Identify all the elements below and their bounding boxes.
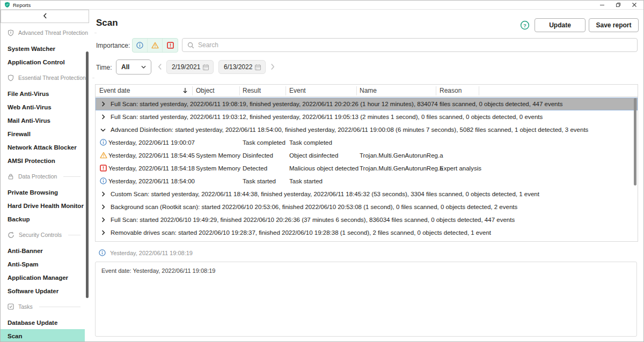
sidebar-item-file-anti-virus[interactable]: File Anti-Virus	[1, 87, 85, 100]
sidebar-section-label: Advanced Threat Protection	[18, 29, 88, 36]
sidebar-section-label: Data Protection	[18, 173, 57, 180]
column-header-event[interactable]: Event	[289, 87, 306, 94]
scan-group-row[interactable]: Removable drives scan: started 2022/06/1…	[96, 226, 638, 239]
refresh-icon	[8, 232, 14, 239]
titlebar: Reports	[1, 1, 643, 10]
section-divider	[92, 78, 94, 78]
save-report-button[interactable]: Save report	[589, 18, 639, 32]
event-row[interactable]: Yesterday, 2022/06/11 18:54:45System Mem…	[96, 149, 638, 162]
date-from-value: 2/19/2021	[172, 63, 200, 71]
group-summary: Custom Scan: started yesterday, 2022/06/…	[111, 191, 539, 197]
cell-name: Trojan.Multi.GenAutorunReg.a	[360, 162, 443, 175]
table-rows: Full Scan: started yesterday, 2022/06/11…	[96, 98, 638, 241]
sidebar-item-application-manager[interactable]: Application Manager	[1, 271, 85, 284]
sidebar-scrollbar[interactable]	[86, 51, 89, 298]
column-header-object[interactable]: Object	[196, 87, 215, 94]
minimize-button[interactable]	[594, 1, 610, 9]
detail-panel: Event date: Yesterday, 2022/06/11 19:08:…	[95, 262, 637, 337]
column-header-name[interactable]: Name	[360, 87, 377, 94]
chevron-right-icon[interactable]	[100, 114, 106, 120]
cell-event: Malicious object detected	[289, 162, 358, 175]
sidebar-item-software-updater[interactable]: Software Updater	[1, 284, 85, 298]
event-row[interactable]: Yesterday, 2022/06/11 18:54:00Task start…	[96, 175, 638, 188]
column-header-event-date[interactable]: Event date	[99, 87, 130, 94]
section-divider	[68, 235, 80, 235]
sidebar-item-network-attack-blocker[interactable]: Network Attack Blocker	[1, 140, 85, 154]
scan-group-row[interactable]: Full Scan: started yesterday, 2022/06/11…	[96, 110, 638, 123]
chevron-right-icon[interactable]	[100, 217, 106, 222]
date-to-value: 6/13/2022	[224, 63, 252, 71]
date-to-field[interactable]: 6/13/2022	[218, 60, 266, 74]
sidebar-item-application-control[interactable]: Application Control	[1, 55, 85, 69]
sidebar-item-mail-anti-virus[interactable]: Mail Anti-Virus	[1, 114, 85, 127]
sidebar-item-system-watcher[interactable]: System Watcher	[1, 42, 85, 55]
shield-icon	[8, 29, 14, 36]
column-header-reason[interactable]: Reason	[440, 87, 462, 94]
sidebar-item-private-browsing[interactable]: Private Browsing	[1, 185, 85, 199]
detail-meta: Yesterday, 2022/06/11 19:08:19	[99, 249, 193, 256]
search-box	[182, 38, 638, 52]
sidebar-item-hard-drive-health-monitor[interactable]: Hard Drive Health Monitor	[1, 199, 85, 212]
help-icon[interactable]: ?	[520, 20, 530, 30]
sidebar-item-scan[interactable]: Scan	[1, 329, 85, 342]
column-separator	[192, 86, 193, 95]
tasks-icon	[8, 303, 14, 310]
date-next-button[interactable]	[270, 63, 275, 70]
column-separator	[286, 86, 286, 95]
sort-descending-icon	[182, 87, 188, 94]
table-scrollbar[interactable]	[634, 98, 636, 185]
scan-group-row[interactable]: Full Scan: started yesterday, 2022/06/11…	[96, 98, 638, 110]
svg-text:?: ?	[523, 23, 526, 28]
scan-group-row[interactable]: Custom Scan: started yesterday, 2022/06/…	[96, 188, 638, 200]
sidebar-item-database-update[interactable]: Database Update	[1, 316, 85, 329]
section-divider	[39, 307, 80, 307]
chevron-right-icon[interactable]	[100, 101, 106, 107]
calendar-icon	[202, 64, 209, 71]
event-row[interactable]: Yesterday, 2022/06/11 18:54:18System Mem…	[96, 162, 638, 175]
column-header-result[interactable]: Result	[243, 87, 261, 94]
time-range-dropdown[interactable]: All	[116, 60, 151, 75]
info-icon	[99, 249, 106, 256]
importance-label: Importance:	[96, 42, 130, 49]
date-from-field[interactable]: 2/19/2021	[166, 60, 214, 74]
maximize-button[interactable]	[610, 1, 626, 9]
search-input[interactable]	[198, 41, 632, 49]
chevron-down-icon	[141, 65, 146, 69]
scan-group-row[interactable]: Full Scan: started 2022/06/10 19:49:29, …	[96, 213, 638, 226]
event-row[interactable]: Yesterday, 2022/06/11 19:00:07Task compl…	[96, 136, 638, 149]
scan-group-row[interactable]: Advanced Disinfection: started yesterday…	[96, 123, 638, 136]
importance-critical-button[interactable]	[163, 39, 178, 52]
importance-warning-button[interactable]	[148, 39, 163, 52]
sidebar-collapse-button[interactable]	[1, 10, 89, 23]
chevron-right-icon[interactable]	[100, 191, 106, 197]
close-button[interactable]	[626, 1, 642, 9]
column-separator	[479, 86, 479, 95]
sidebar-item-backup[interactable]: Backup	[1, 212, 85, 226]
cell-event-date: Yesterday, 2022/06/11 19:00:07	[108, 136, 195, 149]
cell-name: Trojan.Multi.GenAutorunReg.a	[360, 149, 443, 162]
sidebar-item-firewall[interactable]: Firewall	[1, 127, 85, 140]
sidebar-item-amsi-protection[interactable]: AMSI Protection	[1, 154, 85, 167]
sidebar-item-web-anti-virus[interactable]: Web Anti-Virus	[1, 100, 85, 114]
group-summary: Advanced Disinfection: started yesterday…	[111, 127, 588, 133]
time-label: Time:	[96, 64, 112, 71]
chevron-right-icon[interactable]	[100, 204, 106, 210]
sidebar-item-anti-spam[interactable]: Anti-Spam	[1, 257, 85, 271]
info-icon	[100, 177, 107, 184]
sidebar-item-anti-banner[interactable]: Anti-Banner	[1, 244, 85, 257]
group-summary: Full Scan: started yesterday, 2022/06/11…	[111, 114, 543, 120]
scan-group-row[interactable]: Background scan (Rootkit scan): started …	[96, 200, 638, 213]
chevron-right-icon[interactable]	[100, 230, 106, 235]
app-logo-icon	[4, 2, 10, 10]
date-prev-button[interactable]	[158, 63, 162, 70]
chevron-down-icon[interactable]	[100, 128, 106, 132]
cell-result: Detected	[243, 162, 267, 175]
page-title: Scan	[96, 18, 118, 28]
update-button[interactable]: Update	[535, 18, 586, 32]
table-header: Event dateObjectResultEventNameReason	[96, 85, 638, 97]
section-divider	[94, 33, 97, 33]
time-range-value: All	[121, 63, 129, 71]
importance-info-button[interactable]	[133, 39, 148, 52]
info-icon	[136, 42, 143, 49]
section-divider	[63, 176, 80, 177]
